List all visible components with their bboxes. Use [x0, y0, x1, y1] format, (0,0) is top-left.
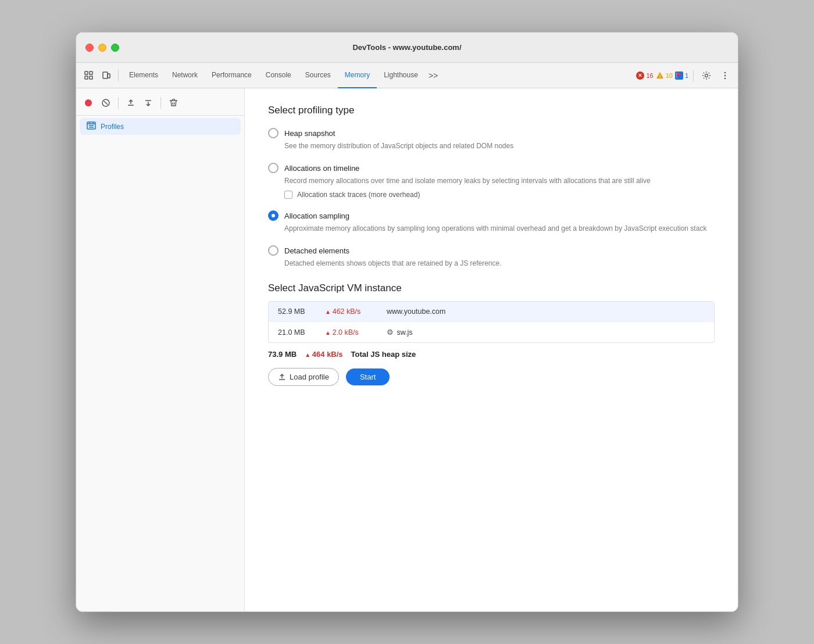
- record-btn[interactable]: [81, 95, 96, 110]
- vm-icon-gear: ⚙: [387, 328, 394, 337]
- minimize-button[interactable]: [98, 44, 106, 52]
- devtools-navbar: Elements Network Performance Console Sou…: [76, 63, 738, 88]
- option-sampling: Allocation sampling Approximate memory a…: [268, 210, 715, 234]
- load-profile-button[interactable]: Load profile: [268, 368, 339, 386]
- nav-sep-1: [118, 70, 119, 81]
- svg-point-10: [724, 74, 726, 76]
- summary-row: 73.9 MB 464 kB/s Total JS heap size: [268, 343, 715, 361]
- vm-rate-1: 2.0 kB/s: [325, 328, 377, 337]
- tab-network[interactable]: Network: [165, 63, 205, 88]
- detached-label: Detached elements: [284, 246, 349, 255]
- svg-text:!: !: [659, 74, 661, 79]
- load-profile-label: Load profile: [290, 373, 329, 381]
- sampling-radio[interactable]: [268, 210, 279, 221]
- upload-icon: [278, 373, 286, 381]
- info-count: 1: [685, 72, 688, 79]
- tab-elements[interactable]: Elements: [122, 63, 165, 88]
- sidebar-item-profiles[interactable]: Profiles: [80, 118, 241, 135]
- tab-lighthouse[interactable]: Lighthouse: [377, 63, 425, 88]
- vm-size-1: 21.0 MB: [278, 328, 316, 337]
- traffic-lights: [85, 44, 119, 52]
- sidebar-toolbar: [76, 93, 244, 116]
- sampling-radio-row[interactable]: Allocation sampling: [268, 210, 715, 221]
- detached-desc: Detached elements shows objects that are…: [284, 258, 715, 269]
- vm-size-0: 52.9 MB: [278, 307, 316, 316]
- close-button[interactable]: [85, 44, 94, 52]
- sampling-label: Allocation sampling: [284, 212, 349, 220]
- tab-console[interactable]: Console: [259, 63, 298, 88]
- option-timeline: Allocations on timeline Record memory al…: [268, 163, 715, 199]
- settings-btn[interactable]: [698, 67, 715, 84]
- vm-row-youtube[interactable]: 52.9 MB 462 kB/s www.youtube.com: [269, 302, 714, 322]
- svg-point-12: [85, 99, 92, 106]
- detached-radio-row[interactable]: Detached elements: [268, 245, 715, 256]
- devtools-window: DevTools - www.youtube.com/ Elements Net…: [76, 32, 738, 612]
- timeline-radio[interactable]: [268, 163, 279, 173]
- svg-point-8: [705, 74, 708, 77]
- error-badge[interactable]: ✕ 16: [636, 71, 653, 80]
- inspect-element-btn[interactable]: [81, 67, 97, 84]
- content-area: Select profiling type Heap snapshot See …: [245, 88, 738, 611]
- heap-radio-row[interactable]: Heap snapshot: [268, 128, 715, 138]
- tab-sources[interactable]: Sources: [298, 63, 338, 88]
- warn-icon: !: [656, 71, 664, 80]
- summary-rate: 464 kB/s: [305, 350, 342, 359]
- tab-memory[interactable]: Memory: [338, 63, 377, 88]
- sidebar-sep-1: [118, 97, 119, 109]
- start-label: Start: [360, 373, 376, 381]
- stop-btn[interactable]: [98, 95, 113, 110]
- info-icon: 🚩: [675, 71, 683, 80]
- svg-rect-0: [85, 71, 88, 74]
- sampling-desc: Approximate memory allocations by sampli…: [284, 223, 715, 234]
- detached-radio[interactable]: [268, 245, 279, 256]
- allocation-stack-label: Allocation stack traces (more overhead): [297, 191, 420, 199]
- vm-name-1: ⚙ sw.js: [387, 328, 413, 337]
- main-layout: Profiles Select profiling type Heap snap…: [76, 88, 738, 611]
- svg-rect-3: [90, 76, 92, 79]
- sidebar-profiles-label: Profiles: [101, 123, 124, 131]
- more-tabs-btn[interactable]: >>: [425, 67, 441, 84]
- error-icon: ✕: [636, 71, 644, 80]
- heap-radio[interactable]: [268, 128, 279, 138]
- vm-rate-0: 462 kB/s: [325, 307, 377, 316]
- tab-performance[interactable]: Performance: [205, 63, 259, 88]
- heap-label: Heap snapshot: [284, 129, 335, 138]
- svg-point-11: [724, 77, 726, 79]
- svg-point-9: [724, 71, 726, 73]
- summary-size: 73.9 MB: [268, 350, 297, 359]
- vm-section-title: Select JavaScript VM instance: [268, 282, 715, 294]
- svg-rect-4: [103, 72, 108, 78]
- titlebar: DevTools - www.youtube.com/: [76, 33, 738, 63]
- timeline-desc: Record memory allocations over time and …: [284, 176, 715, 186]
- svg-rect-1: [85, 76, 88, 79]
- action-row: Load profile Start: [268, 368, 715, 386]
- vm-row-sw[interactable]: 21.0 MB 2.0 kB/s ⚙ sw.js: [269, 322, 714, 342]
- more-options-btn[interactable]: [717, 67, 733, 84]
- upload-btn[interactable]: [123, 95, 138, 110]
- allocation-stack-row: Allocation stack traces (more overhead): [284, 191, 715, 199]
- timeline-radio-row[interactable]: Allocations on timeline: [268, 163, 715, 173]
- info-badge[interactable]: 🚩 1: [675, 71, 688, 80]
- profiling-section-title: Select profiling type: [268, 105, 715, 116]
- profiles-icon: [87, 121, 96, 131]
- download-btn[interactable]: [141, 95, 156, 110]
- maximize-button[interactable]: [111, 44, 119, 52]
- nav-sep-2: [693, 70, 694, 81]
- window-title: DevTools - www.youtube.com/: [85, 43, 729, 52]
- warn-badge[interactable]: ! 10: [656, 71, 673, 80]
- error-count: 16: [646, 72, 653, 79]
- start-button[interactable]: Start: [346, 368, 390, 385]
- sidebar-sep-2: [160, 97, 161, 109]
- timeline-label: Allocations on timeline: [284, 164, 359, 173]
- vm-table: 52.9 MB 462 kB/s www.youtube.com 21.0 MB…: [268, 301, 715, 343]
- vm-name-0: www.youtube.com: [387, 307, 445, 316]
- allocation-stack-checkbox[interactable]: [284, 191, 292, 199]
- svg-rect-2: [90, 71, 92, 74]
- option-heap: Heap snapshot See the memory distributio…: [268, 128, 715, 151]
- svg-line-14: [104, 101, 108, 105]
- summary-label: Total JS heap size: [351, 350, 416, 359]
- clear-btn[interactable]: [166, 95, 181, 110]
- device-toolbar-btn[interactable]: [98, 67, 115, 84]
- nav-tabs: Elements Network Performance Console Sou…: [122, 63, 635, 88]
- warn-count: 10: [666, 72, 673, 79]
